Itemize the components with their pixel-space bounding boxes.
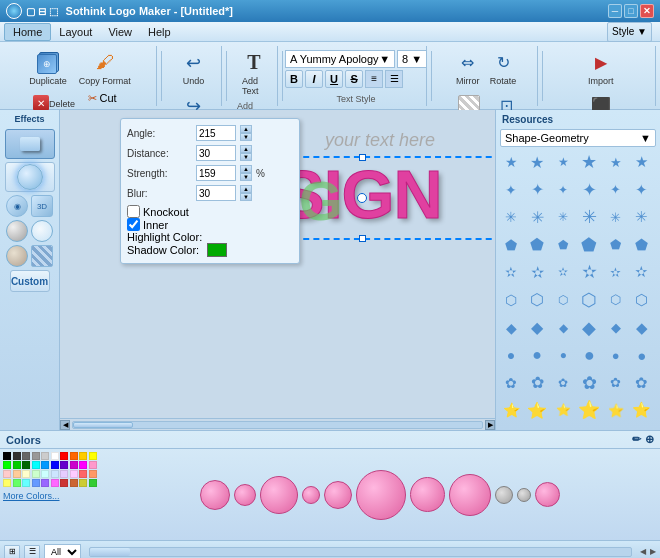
copy-format-button[interactable]: 🖌 Copy Format bbox=[74, 48, 136, 89]
color-swatch[interactable] bbox=[32, 452, 40, 460]
shape-item[interactable]: ◆ bbox=[552, 317, 574, 339]
color-swatch[interactable] bbox=[60, 479, 68, 487]
color-swatch[interactable] bbox=[41, 470, 49, 478]
style-dropdown[interactable]: Style ▼ bbox=[607, 22, 652, 42]
shape-item[interactable]: ● bbox=[578, 344, 600, 366]
blur-up[interactable]: ▲ bbox=[240, 185, 252, 193]
scroll-track-h[interactable] bbox=[72, 421, 483, 429]
shape-item[interactable]: ✫ bbox=[552, 261, 574, 283]
close-button[interactable]: ✕ bbox=[640, 4, 654, 18]
duplicate-button[interactable]: ⊕ Duplicate bbox=[24, 48, 72, 89]
color-swatch[interactable] bbox=[51, 479, 59, 487]
handle-center[interactable] bbox=[357, 193, 367, 203]
shape-item[interactable]: ◆ bbox=[578, 317, 600, 339]
shape-item[interactable]: ★ bbox=[500, 151, 522, 173]
effect-btn-glow[interactable] bbox=[5, 162, 55, 192]
shape-item[interactable]: ✿ bbox=[526, 372, 548, 394]
strength-input[interactable] bbox=[196, 165, 236, 181]
minimize-button[interactable]: ─ bbox=[608, 4, 622, 18]
shape-item[interactable]: ⬟ bbox=[605, 234, 627, 256]
import-button[interactable]: ▶ Import bbox=[584, 48, 618, 89]
color-swatch[interactable] bbox=[79, 470, 87, 478]
strength-up[interactable]: ▲ bbox=[240, 165, 252, 173]
shape-item[interactable]: ✫ bbox=[631, 261, 653, 283]
shape-item[interactable]: ⬟ bbox=[552, 234, 574, 256]
undo-button[interactable]: ↩ Undo bbox=[177, 48, 211, 89]
color-swatch[interactable] bbox=[32, 461, 40, 469]
shape-item[interactable]: ★ bbox=[605, 151, 627, 173]
color-swatch[interactable] bbox=[3, 452, 11, 460]
shape-item[interactable]: ● bbox=[631, 344, 653, 366]
shape-item[interactable]: ✳ bbox=[552, 206, 574, 228]
effect-btn-pattern[interactable] bbox=[31, 245, 53, 267]
shape-item[interactable]: ⭐ bbox=[526, 399, 548, 421]
shape-item[interactable]: ⭐ bbox=[631, 399, 653, 421]
shape-item[interactable]: ⬡ bbox=[500, 289, 522, 311]
shape-item[interactable]: ★ bbox=[552, 151, 574, 173]
shape-item[interactable]: ⭐ bbox=[578, 399, 600, 421]
color-swatch[interactable] bbox=[89, 479, 97, 487]
shape-item[interactable]: ⬡ bbox=[526, 289, 548, 311]
color-swatch[interactable] bbox=[70, 470, 78, 478]
effect-btn-bevel[interactable]: ◉ bbox=[6, 195, 28, 217]
rotate-button[interactable]: ↻ Rotate bbox=[486, 48, 521, 89]
shape-item[interactable]: ✫ bbox=[605, 261, 627, 283]
blur-input[interactable] bbox=[196, 185, 236, 201]
color-swatch[interactable] bbox=[51, 452, 59, 460]
grid-view-button[interactable]: ⊞ bbox=[4, 545, 20, 559]
color-swatch[interactable] bbox=[13, 461, 21, 469]
color-swatch[interactable] bbox=[22, 452, 30, 460]
blur-down[interactable]: ▼ bbox=[240, 193, 252, 201]
shape-item[interactable]: ● bbox=[605, 344, 627, 366]
shape-item[interactable]: ✫ bbox=[578, 261, 600, 283]
color-swatch[interactable] bbox=[32, 470, 40, 478]
color-swatch[interactable] bbox=[89, 470, 97, 478]
color-swatch[interactable] bbox=[51, 461, 59, 469]
shape-item[interactable]: ✫ bbox=[526, 261, 548, 283]
align-center-button[interactable]: ☰ bbox=[385, 70, 403, 88]
shape-item[interactable]: ● bbox=[552, 344, 574, 366]
effect-btn-text[interactable]: Custom bbox=[10, 270, 50, 292]
strikethrough-button[interactable]: S bbox=[345, 70, 363, 88]
shape-item[interactable]: ● bbox=[526, 344, 548, 366]
color-swatch[interactable] bbox=[70, 452, 78, 460]
distance-down[interactable]: ▼ bbox=[240, 153, 252, 161]
effect-btn-shadow[interactable] bbox=[5, 129, 55, 159]
shape-item[interactable]: ✳ bbox=[631, 206, 653, 228]
shape-item[interactable]: ✦ bbox=[578, 179, 600, 201]
color-swatch[interactable] bbox=[89, 452, 97, 460]
bold-button[interactable]: B bbox=[285, 70, 303, 88]
shape-item[interactable]: ✳ bbox=[578, 206, 600, 228]
angle-up[interactable]: ▲ bbox=[240, 125, 252, 133]
font-name-dropdown[interactable]: A Yummy Apology ▼ bbox=[285, 50, 395, 68]
color-swatch[interactable] bbox=[60, 452, 68, 460]
view-select[interactable]: All bbox=[44, 544, 81, 559]
menu-view[interactable]: View bbox=[100, 24, 140, 40]
scroll-left[interactable]: ◀ bbox=[60, 420, 70, 430]
shape-item[interactable]: ✳ bbox=[526, 206, 548, 228]
shape-item[interactable]: ⬟ bbox=[631, 234, 653, 256]
shape-item[interactable]: ✦ bbox=[605, 179, 627, 201]
shape-item[interactable]: ◆ bbox=[605, 317, 627, 339]
shape-item[interactable]: ⭐ bbox=[605, 399, 627, 421]
h-scrollbar[interactable]: ◀ ▶ bbox=[60, 418, 495, 430]
scroll-arrow-left[interactable]: ◀ bbox=[640, 547, 646, 556]
shape-item[interactable]: ⭐ bbox=[552, 399, 574, 421]
shape-item[interactable]: ◆ bbox=[526, 317, 548, 339]
angle-input[interactable] bbox=[196, 125, 236, 141]
maximize-button[interactable]: □ bbox=[624, 4, 638, 18]
font-size-input[interactable]: 8 ▼ bbox=[397, 50, 427, 68]
shape-item[interactable]: ★ bbox=[578, 151, 600, 173]
cut-button[interactable]: ✂ Cut bbox=[85, 91, 135, 106]
color-swatch[interactable] bbox=[60, 470, 68, 478]
menu-layout[interactable]: Layout bbox=[51, 24, 100, 40]
resources-dropdown[interactable]: Shape-Geometry ▼ bbox=[500, 129, 656, 147]
scroll-thumb-h[interactable] bbox=[73, 422, 133, 428]
effect-btn-metal[interactable] bbox=[6, 220, 28, 242]
shape-item[interactable]: ⬟ bbox=[526, 234, 548, 256]
color-swatch[interactable] bbox=[60, 461, 68, 469]
color-swatch[interactable] bbox=[41, 479, 49, 487]
strength-down[interactable]: ▼ bbox=[240, 173, 252, 181]
more-colors-button[interactable]: More Colors... bbox=[3, 491, 97, 501]
mirror-button[interactable]: ⇔ Mirror bbox=[452, 48, 484, 89]
